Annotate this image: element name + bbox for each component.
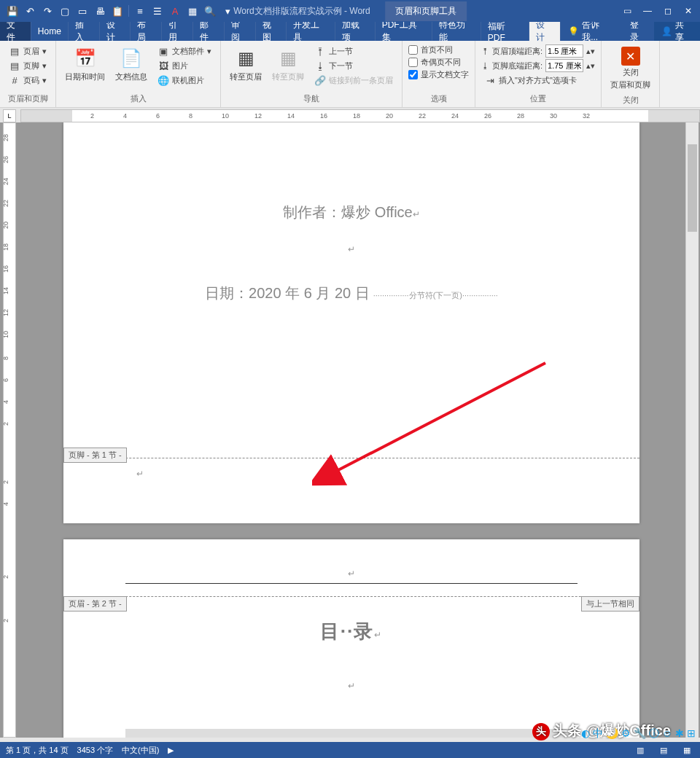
font-color-icon[interactable]: A	[167, 3, 183, 19]
read-mode-icon[interactable]: ▥	[633, 743, 648, 757]
tray-icon[interactable]: ⚙	[621, 727, 631, 741]
parts-button[interactable]: ▣文档部件 ▾	[155, 44, 214, 58]
new-icon[interactable]: ▢	[57, 3, 73, 19]
header-rule	[125, 583, 578, 584]
goto-footer-icon: ▦	[276, 47, 300, 70]
redo-icon[interactable]: ↷	[39, 3, 55, 19]
page-1[interactable]: 制作者：爆炒 Office↵ ↵ 日期：2020 年 6 月 20 日 ····…	[63, 122, 639, 523]
tab-addins[interactable]: 加载项	[335, 22, 376, 41]
tab-foxit[interactable]: 福昕PDF	[481, 22, 530, 41]
ruler-corner[interactable]: L	[3, 109, 16, 122]
minimize-icon[interactable]: —	[639, 3, 656, 19]
tab-design[interactable]: 设计	[100, 22, 131, 41]
show-doc-checkbox[interactable]: 显示文档文字	[408, 69, 469, 81]
title-bar: 💾 ↶ ↷ ▢ ▭ 🖶 📋 ≡ ☰ A ▦ 🔍 ▾ Word文档排版流程实战示例…	[0, 0, 700, 22]
header-icon: ▤	[9, 45, 20, 57]
footer-button[interactable]: ▤页脚 ▾	[6, 58, 50, 73]
scrollbar-thumb[interactable]	[688, 144, 697, 232]
prev-section-button[interactable]: ⭱上一节	[311, 44, 396, 58]
print-icon[interactable]: 🖶	[92, 3, 108, 19]
bulb-icon: 💡	[568, 26, 579, 36]
group-insert: 📅日期和时间 📄文档信息 ▣文档部件 ▾ 🖼图片 🌐联机图片 插入	[56, 41, 221, 107]
share-button[interactable]: 👤共享	[654, 22, 700, 41]
diff-odd-checkbox[interactable]: 奇偶页不同	[408, 56, 469, 69]
table-icon[interactable]: ▦	[184, 3, 201, 19]
pagenum-button[interactable]: #页码 ▾	[6, 73, 50, 87]
footer-section-tag: 页脚 - 第 1 节 -	[63, 448, 127, 463]
tab-pdf[interactable]: PDF工具集	[376, 22, 432, 41]
group-label: 插入	[62, 92, 214, 107]
paste-icon[interactable]: 📋	[109, 3, 125, 19]
online-pic-icon: 🌐	[158, 74, 169, 86]
login-button[interactable]: 登录	[623, 22, 655, 41]
diff-first-checkbox[interactable]: 首页不同	[408, 44, 469, 56]
footer-bot-input[interactable]	[545, 59, 583, 72]
page-2[interactable]: ↵ 页眉 - 第 2 节 - 与上一节相同 目··录↵ ↵	[63, 539, 639, 738]
horizontal-ruler[interactable]: 24 68 1012 1416 1820 2224 2628 3032	[20, 109, 700, 122]
goto-header-button[interactable]: ▦转至页眉	[227, 44, 265, 85]
word-count[interactable]: 3453 个字	[77, 745, 114, 756]
tray-icon[interactable]: 中	[593, 727, 603, 741]
tab-file[interactable]: 文件	[0, 22, 31, 41]
close-hf-button[interactable]: ✕ 关闭 页眉和页脚	[607, 44, 653, 93]
vertical-ruler[interactable]: 2826 2422 2018 1614 1210 86 42 24 22	[3, 122, 16, 738]
bot-dist-icon: ⭳	[481, 61, 489, 70]
language-status[interactable]: 中文(中国)	[122, 745, 159, 756]
close-window-icon[interactable]: ✕	[680, 3, 697, 19]
web-layout-icon[interactable]: ▦	[680, 743, 694, 757]
align-icon[interactable]: ≡	[132, 3, 148, 19]
header-boundary	[63, 596, 639, 597]
tray-icon[interactable]: ⓘ	[649, 727, 659, 741]
header-top-input[interactable]	[545, 44, 583, 58]
header-button[interactable]: ▤页眉 ▾	[6, 44, 50, 58]
maximize-icon[interactable]: ◻	[659, 3, 677, 19]
print-layout-icon[interactable]: ▤	[656, 743, 671, 757]
tray-icon[interactable]: ◐	[581, 727, 590, 741]
undo-icon[interactable]: ↶	[22, 3, 38, 19]
next-section-button[interactable]: ⭳下一节	[311, 58, 396, 73]
docinfo-button[interactable]: 📄文档信息	[112, 44, 150, 85]
tab-layout[interactable]: 布局	[131, 22, 162, 41]
tray-icon[interactable]: 🔧	[634, 727, 646, 741]
tab-mailings[interactable]: 邮件	[193, 22, 225, 41]
zoom-icon[interactable]: 🔍	[202, 3, 218, 19]
document-area: 2826 2422 2018 1614 1210 86 42 24 22 制作者…	[0, 122, 700, 738]
group-options: 首页不同 奇偶页不同 显示文档文字 选项	[402, 41, 475, 107]
online-pic-button[interactable]: 🌐联机图片	[155, 73, 214, 87]
tab-references[interactable]: 引用	[162, 22, 193, 41]
goto-footer-button[interactable]: ▦转至页脚	[269, 44, 307, 85]
tab-developer[interactable]: 开发工具	[287, 22, 335, 41]
tab-features[interactable]: 特色功能	[432, 22, 481, 41]
ribbon: ▤页眉 ▾ ▤页脚 ▾ #页码 ▾ 页眉和页脚 📅日期和时间 📄文档信息 ▣文档…	[0, 41, 700, 108]
tray-icon[interactable]: 🌙	[606, 727, 618, 741]
link-prev-button[interactable]: 🔗链接到前一条页眉	[311, 73, 396, 87]
list-icon[interactable]: ☰	[149, 3, 166, 19]
tray-icon[interactable]: ⊞	[687, 727, 696, 741]
ribbon-options-icon[interactable]: ▭	[618, 3, 636, 19]
tab-home[interactable]: Home	[31, 22, 69, 41]
tray-icon[interactable]: ✱	[675, 727, 684, 741]
insert-align-button[interactable]: ⇥插入"对齐方式"选项卡	[481, 73, 595, 87]
tell-me-button[interactable]: 💡告诉我...	[561, 22, 622, 41]
group-label: 页眉和页脚	[6, 92, 50, 107]
calendar-icon: 📅	[74, 47, 97, 70]
page-status[interactable]: 第 1 页，共 14 页	[6, 745, 69, 756]
tray-icon[interactable]: ☺	[662, 727, 672, 741]
macro-icon[interactable]: ▶	[168, 746, 174, 755]
link-icon: 🔗	[314, 74, 326, 86]
parts-icon: ▣	[158, 45, 169, 57]
picture-button[interactable]: 🖼图片	[155, 58, 214, 73]
vertical-scrollbar[interactable]	[685, 122, 699, 738]
same-as-prev-tag: 与上一节相同	[581, 596, 639, 612]
tab-view[interactable]: 视图	[256, 22, 287, 41]
group-position: ⭱页眉顶端距离:▴▾ ⭳页脚底端距离:▴▾ ⇥插入"对齐方式"选项卡 位置	[475, 41, 602, 107]
top-dist-icon: ⭱	[481, 47, 489, 55]
datetime-button[interactable]: 📅日期和时间	[62, 44, 108, 85]
goto-header-icon: ▦	[234, 47, 257, 70]
open-icon[interactable]: ▭	[74, 3, 90, 19]
tab-insert[interactable]: 插入	[69, 22, 100, 41]
tab-review[interactable]: 审阅	[225, 22, 256, 41]
save-icon[interactable]: 💾	[4, 3, 20, 19]
tab-hf-design[interactable]: 设计	[529, 22, 561, 41]
page-container: 制作者：爆炒 Office↵ ↵ 日期：2020 年 6 月 20 日 ····…	[20, 122, 682, 738]
